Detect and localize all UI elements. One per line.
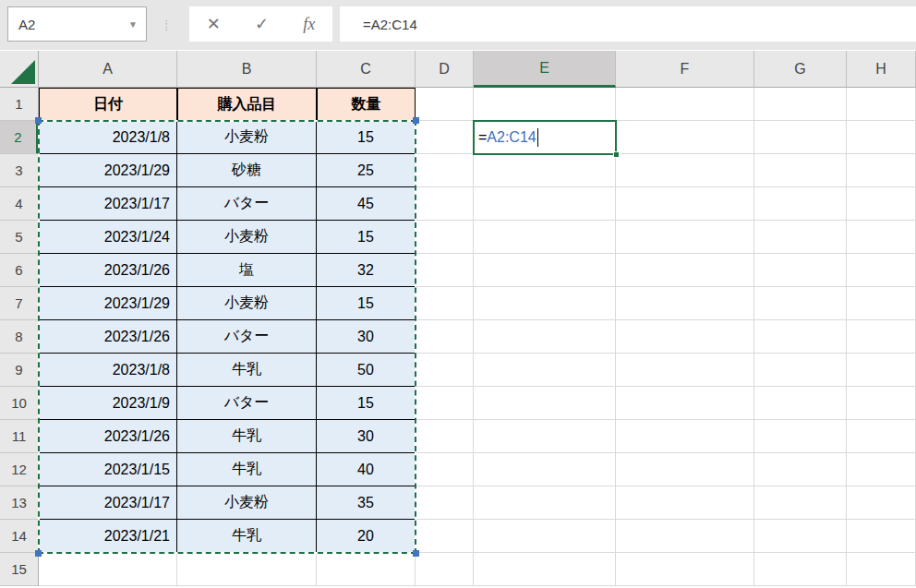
row-header-1[interactable]: 1: [0, 88, 39, 121]
cell-A1[interactable]: 日付: [39, 88, 177, 121]
cell-E4[interactable]: [474, 187, 616, 221]
cell-F13[interactable]: [616, 486, 754, 520]
cell-E14[interactable]: [474, 520, 616, 553]
cell-E8[interactable]: [474, 320, 616, 354]
cell-A5[interactable]: 2023/1/24: [39, 221, 177, 254]
cell-E6[interactable]: [474, 254, 616, 287]
cell-A4[interactable]: 2023/1/17: [39, 187, 177, 221]
row-header-15[interactable]: 15: [0, 553, 39, 586]
cell-D7[interactable]: [416, 287, 474, 320]
cell-A3[interactable]: 2023/1/29: [39, 154, 177, 187]
row-header-8[interactable]: 8: [0, 320, 39, 354]
row-header-7[interactable]: 7: [0, 287, 39, 320]
cell-B9[interactable]: 牛乳: [177, 354, 317, 387]
row-header-13[interactable]: 13: [0, 486, 39, 520]
row-header-11[interactable]: 11: [0, 420, 39, 453]
cell-F12[interactable]: [616, 453, 754, 486]
cell-B13[interactable]: 小麦粉: [177, 486, 317, 520]
cell-F6[interactable]: [616, 254, 754, 287]
column-header-F[interactable]: F: [616, 51, 754, 88]
cell-F10[interactable]: [616, 387, 754, 420]
cell-A11[interactable]: 2023/1/26: [39, 420, 177, 453]
cell-G2[interactable]: [754, 121, 847, 154]
cell-B6[interactable]: 塩: [177, 254, 317, 287]
column-header-E[interactable]: E: [474, 51, 616, 88]
cell-E9[interactable]: [474, 354, 616, 387]
cell-F5[interactable]: [616, 221, 754, 254]
cell-G1[interactable]: [754, 88, 847, 121]
cell-D15[interactable]: [416, 553, 474, 586]
cell-E11[interactable]: [474, 420, 616, 453]
cell-A13[interactable]: 2023/1/17: [39, 486, 177, 520]
cell-B2[interactable]: 小麦粉: [177, 121, 317, 154]
row-header-14[interactable]: 14: [0, 520, 39, 553]
cell-C15[interactable]: [317, 553, 416, 586]
cell-G4[interactable]: [754, 187, 847, 221]
cell-E12[interactable]: [474, 453, 616, 486]
cell-H4[interactable]: [847, 187, 916, 221]
cell-B15[interactable]: [177, 553, 317, 586]
cell-G9[interactable]: [754, 354, 847, 387]
cell-G13[interactable]: [754, 486, 847, 520]
cell-F11[interactable]: [616, 420, 754, 453]
cell-H8[interactable]: [847, 320, 916, 354]
cell-D11[interactable]: [416, 420, 474, 453]
cell-H2[interactable]: [847, 121, 916, 154]
cell-G8[interactable]: [754, 320, 847, 354]
cell-D12[interactable]: [416, 453, 474, 486]
column-header-G[interactable]: G: [754, 51, 847, 88]
column-header-A[interactable]: A: [39, 51, 177, 88]
cell-D13[interactable]: [416, 486, 474, 520]
cell-E3[interactable]: [474, 154, 616, 187]
cell-E1[interactable]: [474, 88, 616, 121]
cell-B10[interactable]: バター: [177, 387, 317, 420]
formula-bar[interactable]: =A2:C14: [340, 6, 916, 42]
cell-A7[interactable]: 2023/1/29: [39, 287, 177, 320]
cell-A9[interactable]: 2023/1/8: [39, 354, 177, 387]
column-header-C[interactable]: C: [317, 51, 416, 88]
cell-A2[interactable]: 2023/1/8: [39, 121, 177, 154]
cell-F3[interactable]: [616, 154, 754, 187]
cell-A12[interactable]: 2023/1/15: [39, 453, 177, 486]
column-header-H[interactable]: H: [847, 51, 916, 88]
cancel-button[interactable]: ✕: [207, 14, 221, 34]
insert-function-button[interactable]: fx: [303, 15, 315, 34]
cell-G15[interactable]: [754, 553, 847, 586]
cell-H14[interactable]: [847, 520, 916, 553]
cell-B12[interactable]: 牛乳: [177, 453, 317, 486]
cell-H9[interactable]: [847, 354, 916, 387]
cell-H3[interactable]: [847, 154, 916, 187]
cell-B14[interactable]: 牛乳: [177, 520, 317, 553]
cell-E7[interactable]: [474, 287, 616, 320]
cell-D4[interactable]: [416, 187, 474, 221]
cell-C10[interactable]: 15: [317, 387, 416, 420]
cell-D8[interactable]: [416, 320, 474, 354]
cell-C7[interactable]: 15: [317, 287, 416, 320]
row-header-2[interactable]: 2: [0, 121, 39, 154]
cell-C5[interactable]: 15: [317, 221, 416, 254]
cell-D5[interactable]: [416, 221, 474, 254]
name-box[interactable]: A2 ▼: [7, 6, 147, 42]
cell-C13[interactable]: 35: [317, 486, 416, 520]
cell-F4[interactable]: [616, 187, 754, 221]
cell-A14[interactable]: 2023/1/21: [39, 520, 177, 553]
cell-F14[interactable]: [616, 520, 754, 553]
cell-G11[interactable]: [754, 420, 847, 453]
cell-D10[interactable]: [416, 387, 474, 420]
cell-C6[interactable]: 32: [317, 254, 416, 287]
selection-handle-bottom-right[interactable]: [413, 550, 419, 557]
cell-H10[interactable]: [847, 387, 916, 420]
cell-D3[interactable]: [416, 154, 474, 187]
fill-handle[interactable]: [613, 151, 620, 158]
cell-B1[interactable]: 購入品目: [177, 88, 317, 121]
cell-C12[interactable]: 40: [317, 453, 416, 486]
cell-G6[interactable]: [754, 254, 847, 287]
cell-H1[interactable]: [847, 88, 916, 121]
cell-B5[interactable]: 小麦粉: [177, 221, 317, 254]
cell-F2[interactable]: [616, 121, 754, 154]
cell-G5[interactable]: [754, 221, 847, 254]
cell-G7[interactable]: [754, 287, 847, 320]
cell-C4[interactable]: 45: [317, 187, 416, 221]
cell-B4[interactable]: バター: [177, 187, 317, 221]
cell-E13[interactable]: [474, 486, 616, 520]
